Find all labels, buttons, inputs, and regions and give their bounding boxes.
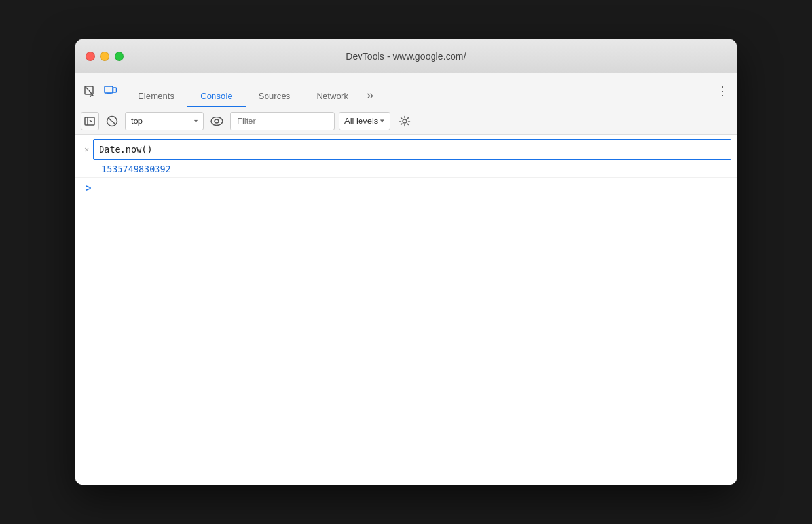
sidebar-toggle-button[interactable] xyxy=(81,112,99,130)
console-input-text[interactable]: Date.now() xyxy=(99,142,726,157)
window-title: DevTools - www.google.com/ xyxy=(346,51,466,62)
svg-rect-2 xyxy=(105,86,113,93)
svg-point-13 xyxy=(403,119,407,123)
three-dots-icon[interactable]: ⋮ xyxy=(713,82,731,100)
tab-bar: Elements Console Sources Network » ⋮ xyxy=(75,73,737,107)
console-toolbar: top ▾ All levels ▾ xyxy=(75,107,737,135)
console-prompt-row[interactable]: > xyxy=(75,178,737,199)
device-mode-icon-btn[interactable] xyxy=(101,82,120,100)
chevron-down-icon: ▾ xyxy=(380,117,384,125)
context-selector[interactable]: top ▾ xyxy=(125,112,204,130)
settings-gear-button[interactable] xyxy=(396,112,414,130)
chevron-down-icon: ▾ xyxy=(194,117,198,124)
svg-line-10 xyxy=(109,117,116,124)
gear-icon xyxy=(399,115,411,127)
traffic-lights xyxy=(86,52,124,61)
console-result-value: 1535749830392 xyxy=(101,164,171,174)
devtools-menu-button[interactable]: ⋮ xyxy=(713,82,731,107)
svg-point-11 xyxy=(211,117,223,125)
svg-rect-3 xyxy=(113,88,117,92)
tab-network[interactable]: Network xyxy=(303,86,361,107)
eye-icon-button[interactable] xyxy=(208,112,226,130)
svg-line-8 xyxy=(90,121,92,122)
title-bar: DevTools - www.google.com/ xyxy=(75,39,737,73)
tab-console[interactable]: Console xyxy=(187,86,246,107)
console-input-field[interactable]: Date.now() xyxy=(93,139,731,160)
maximize-button[interactable] xyxy=(115,52,124,61)
tab-bar-icons xyxy=(81,82,120,107)
minimize-button[interactable] xyxy=(100,52,109,61)
block-icon-button[interactable] xyxy=(103,112,121,130)
log-levels-selector[interactable]: All levels ▾ xyxy=(339,112,390,130)
tab-elements[interactable]: Elements xyxy=(125,86,187,107)
block-icon xyxy=(106,115,118,127)
svg-rect-5 xyxy=(85,117,94,125)
svg-point-12 xyxy=(215,119,219,123)
more-tabs-button[interactable]: » xyxy=(361,83,378,107)
tab-sources[interactable]: Sources xyxy=(246,86,304,107)
filter-input[interactable] xyxy=(230,112,335,130)
clear-input-button[interactable]: ✕ xyxy=(81,139,93,160)
eye-icon xyxy=(210,117,223,126)
prompt-chevron-icon: > xyxy=(86,183,91,194)
devtools-window: DevTools - www.google.com/ xyxy=(75,39,737,485)
device-mode-icon xyxy=(104,85,117,97)
cursor-icon xyxy=(84,85,96,97)
close-button[interactable] xyxy=(86,52,95,61)
console-output[interactable]: ✕ Date.now() 1535749830392 > xyxy=(75,135,737,485)
inspect-icon-btn[interactable] xyxy=(81,82,99,100)
sidebar-icon xyxy=(84,117,95,126)
console-result-row: 1535749830392 xyxy=(75,161,737,178)
